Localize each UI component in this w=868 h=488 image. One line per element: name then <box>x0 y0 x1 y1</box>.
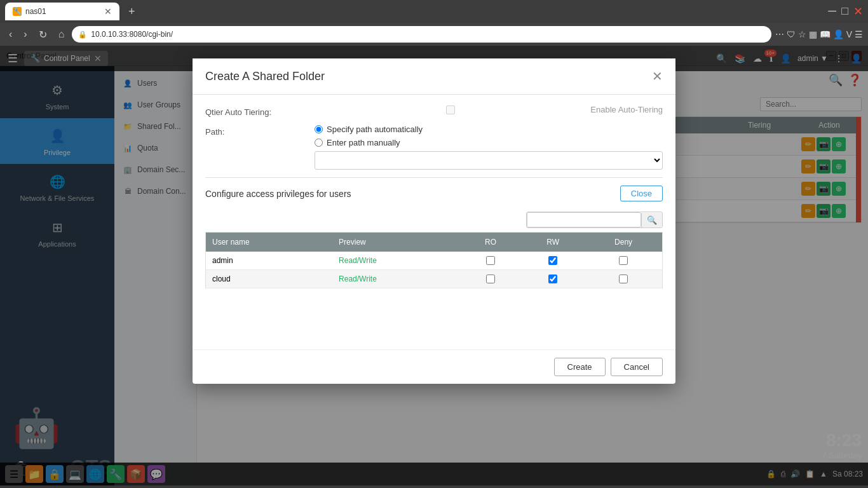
cloud-username-cell: cloud <box>206 270 333 288</box>
qtier-checkbox-label: Enable Auto-Tiering <box>590 105 663 114</box>
address-text: 10.0.10.33:8080/cgi-bin/ <box>91 30 173 39</box>
cancel-button[interactable]: Cancel <box>611 358 663 376</box>
address-bar[interactable]: 🔒 10.0.10.33:8080/cgi-bin/ <box>72 26 771 43</box>
modal-header: Create A Shared Folder ✕ <box>193 58 675 95</box>
priv-search-input[interactable] <box>527 212 641 227</box>
priv-row-cloud: cloud Read/Write <box>206 270 663 288</box>
create-shared-folder-modal: Create A Shared Folder ✕ Qtier Auto Tier… <box>193 58 675 384</box>
reload-nav-button[interactable]: ↻ <box>35 27 51 42</box>
create-button[interactable]: Create <box>554 358 606 376</box>
browser-navbar: ‹ › ↻ ⌂ 🔒 10.0.10.33:8080/cgi-bin/ ⋯ 🛡 ☆… <box>0 23 868 46</box>
cloud-deny-checkbox[interactable] <box>619 274 628 283</box>
modal-overlay: Create A Shared Folder ✕ Qtier Auto Tier… <box>0 46 868 485</box>
close-section-button[interactable]: Close <box>620 186 663 201</box>
tab-title: nas01 <box>25 7 46 16</box>
modal-footer: Create Cancel <box>193 349 675 384</box>
admin-deny-cell <box>585 252 662 270</box>
admin-rw-checkbox[interactable] <box>548 256 557 265</box>
path-manual-radio[interactable] <box>315 139 323 147</box>
tab-close-btn[interactable]: ✕ <box>104 6 112 17</box>
privilege-table: User name Preview RO RW Deny admin Read/… <box>205 232 663 288</box>
modal-close-button[interactable]: ✕ <box>652 69 663 84</box>
priv-row-admin: admin Read/Write <box>206 252 663 270</box>
priv-search-icon[interactable]: 🔍 <box>641 213 662 227</box>
restore-browser-btn[interactable]: □ <box>841 4 848 18</box>
path-label: Path: <box>205 125 307 137</box>
minimize-browser-btn[interactable]: ─ <box>828 4 836 18</box>
cloud-deny-cell <box>585 270 662 288</box>
path-auto-label: Specify path automatically <box>327 125 423 134</box>
path-auto-radio[interactable] <box>315 125 323 133</box>
browser-titlebar: 🔧 nas01 ✕ + ─ □ ✕ <box>0 0 868 23</box>
cloud-ro-cell <box>460 270 521 288</box>
browser-chrome: 🔧 nas01 ✕ + ─ □ ✕ ‹ › ↻ ⌂ 🔒 10.0.10.33:8… <box>0 0 868 46</box>
home-nav-button[interactable]: ⌂ <box>55 27 69 41</box>
qts-desktop: ☰ 🔧 Control Panel ✕ 🔍 📚 ☁ ℹ 10+ 👤 admin … <box>0 46 868 485</box>
extensions-icon[interactable]: ⋯ <box>775 29 784 39</box>
close-browser-btn[interactable]: ✕ <box>853 4 863 18</box>
col-ro-header: RO <box>460 233 521 252</box>
admin-deny-checkbox[interactable] <box>619 256 628 265</box>
forward-nav-button[interactable]: › <box>20 27 31 41</box>
cloud-rw-checkbox[interactable] <box>548 274 557 283</box>
modal-empty-space <box>205 288 663 339</box>
qtier-checkbox-row: Enable Auto-Tiering <box>315 105 663 114</box>
shield-icon[interactable]: 🛡 <box>787 29 796 39</box>
cloud-preview-cell: Read/Write <box>332 270 460 288</box>
modal-title: Create A Shared Folder <box>205 70 325 83</box>
admin-preview-cell: Read/Write <box>332 252 460 270</box>
cloud-ro-checkbox[interactable] <box>486 274 495 283</box>
path-dropdown[interactable] <box>315 151 663 170</box>
new-tab-button[interactable]: + <box>125 4 139 20</box>
profile-icon[interactable]: 👤 <box>833 29 844 39</box>
cloud-rw-cell <box>521 270 585 288</box>
bookmark-icon[interactable]: ☆ <box>798 29 806 39</box>
browser-nav-extra: ⋯ 🛡 ☆ ▦ 📖 👤 V ☰ <box>775 29 863 39</box>
qtier-row: Qtier Auto Tiering: Enable Auto-Tiering <box>205 105 663 117</box>
priv-table-head: User name Preview RO RW Deny <box>206 233 663 252</box>
col-deny-header: Deny <box>585 233 662 252</box>
reader-icon[interactable]: 📖 <box>820 29 831 39</box>
bookmarks-bar-icon[interactable]: ▦ <box>809 29 817 39</box>
admin-ro-cell <box>460 252 521 270</box>
back-nav-button[interactable]: ‹ <box>5 27 16 41</box>
path-field: Specify path automatically Enter path ma… <box>315 125 663 170</box>
qtier-field: Enable Auto-Tiering <box>315 105 663 114</box>
tab-favicon: 🔧 <box>13 7 22 16</box>
path-manual-label: Enter path manually <box>327 138 400 147</box>
section-title-text: Configure access privileges for users <box>205 189 351 199</box>
col-username-header: User name <box>206 233 333 252</box>
priv-search-bar: 🔍 <box>205 208 663 232</box>
path-row: Path: Specify path automatically Enter p… <box>205 125 663 170</box>
cloud-preview-value: Read/Write <box>339 274 377 283</box>
col-preview-header: Preview <box>332 233 460 252</box>
menu-icon[interactable]: ☰ <box>855 29 863 39</box>
admin-preview-value: Read/Write <box>339 256 377 265</box>
address-lock-icon: 🔒 <box>78 30 87 39</box>
path-auto-radio-row: Specify path automatically <box>315 125 663 134</box>
priv-table-header-row: User name Preview RO RW Deny <box>206 233 663 252</box>
admin-ro-checkbox[interactable] <box>486 256 495 265</box>
admin-rw-cell <box>521 252 585 270</box>
browser-tab[interactable]: 🔧 nas01 ✕ <box>5 3 119 20</box>
qtier-checkbox[interactable] <box>446 105 455 114</box>
col-rw-header: RW <box>521 233 585 252</box>
path-manual-radio-row: Enter path manually <box>315 138 663 147</box>
section-title-row: Configure access privileges for users Cl… <box>205 186 663 201</box>
admin-username-cell: admin <box>206 252 333 270</box>
priv-table-body: admin Read/Write cloud Read/Write <box>206 252 663 288</box>
vpn-icon[interactable]: V <box>846 29 852 39</box>
qtier-label: Qtier Auto Tiering: <box>205 105 307 117</box>
modal-body: Qtier Auto Tiering: Enable Auto-Tiering … <box>193 95 675 349</box>
